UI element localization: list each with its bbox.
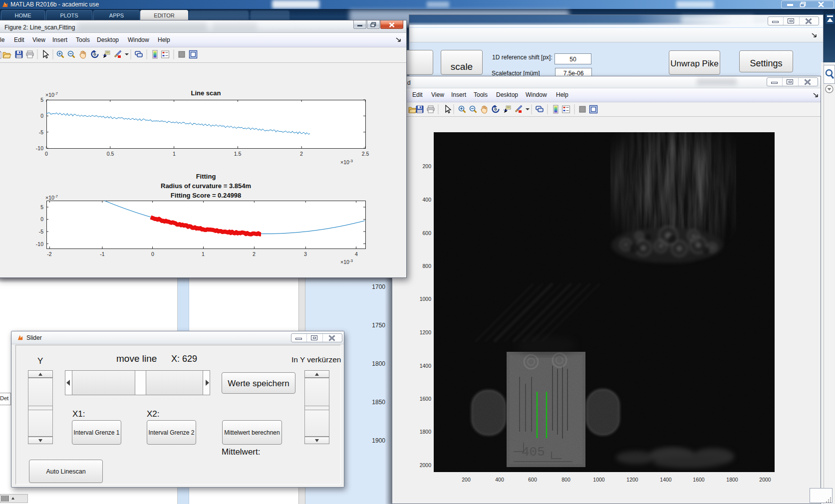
svg-text:405: 405 [522, 445, 545, 460]
